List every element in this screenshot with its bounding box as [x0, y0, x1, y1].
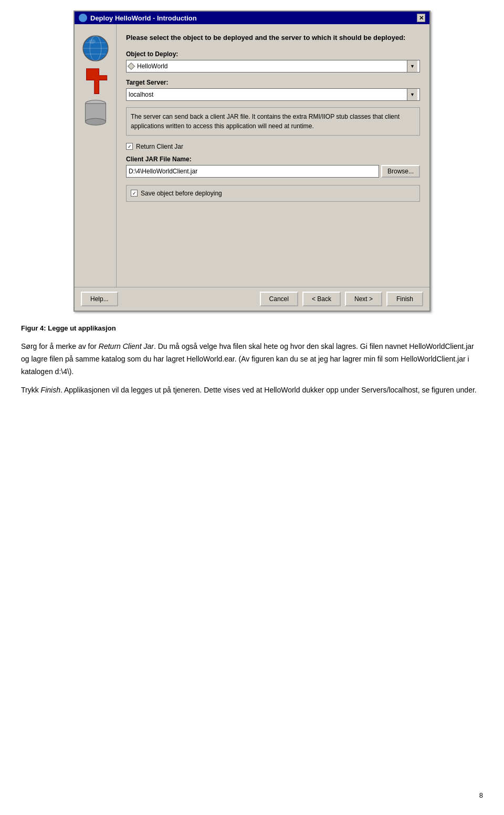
description-box: The server can send back a client JAR fi…	[126, 107, 420, 136]
dialog-content: Please select the object to be deployed …	[117, 24, 429, 287]
paragraph-2: Trykk Finish. Applikasjonen vil da legge…	[21, 384, 483, 397]
database-icon	[82, 100, 109, 127]
dialog-titlebar: Deploy HelloWorld - Introduction ✕	[75, 12, 429, 24]
paragraph-2-prefix: Trykk	[21, 386, 41, 394]
jar-file-section: Client JAR File Name: D:\4\HelloWorldCli…	[126, 156, 420, 178]
paragraph-1: Sørg for å merke av for Return Client Ja…	[21, 341, 483, 378]
object-dropdown-arrow[interactable]: ▼	[407, 60, 417, 72]
figure-caption: Figur 4: Legge ut applikasjon	[21, 324, 483, 332]
svg-point-5	[89, 39, 96, 44]
dialog-title: Deploy HelloWorld - Introduction	[90, 14, 197, 22]
arrow-icon	[82, 67, 109, 95]
next-button[interactable]: Next >	[345, 292, 382, 306]
intro-text: Please select the object to be deployed …	[126, 33, 420, 43]
globe-icon	[82, 35, 109, 62]
browse-button[interactable]: Browse...	[381, 165, 420, 178]
dialog-sidebar	[75, 24, 117, 287]
page-number: 8	[479, 791, 483, 799]
return-jar-label: Return Client Jar	[136, 143, 183, 150]
return-jar-checkbox[interactable]: ✓	[126, 143, 133, 150]
close-button[interactable]: ✕	[417, 14, 425, 22]
jar-file-input[interactable]: D:\4\HelloWorldClient.jar	[126, 165, 379, 178]
help-button[interactable]: Help...	[81, 292, 118, 306]
back-button[interactable]: < Back	[302, 292, 341, 306]
save-label: Save object before deploying	[141, 190, 222, 197]
server-dropdown[interactable]: localhost ▼	[126, 88, 420, 101]
titlebar-icon	[79, 14, 87, 22]
dialog-footer: Help... Cancel < Back Next > Finish	[75, 287, 429, 311]
paragraph-2-suffix: . Applikasjonen vil da legges ut på tjen…	[60, 386, 477, 394]
object-dropdown-text: HelloWorld	[129, 63, 167, 70]
deploy-dialog: Deploy HelloWorld - Introduction ✕	[74, 11, 430, 312]
server-dropdown-row: localhost ▼	[126, 88, 420, 101]
italic-return-client-jar: Return Client Jar	[99, 342, 154, 350]
diamond-icon	[128, 62, 135, 69]
titlebar-left: Deploy HelloWorld - Introduction	[79, 14, 197, 22]
server-dropdown-text: localhost	[129, 91, 153, 98]
object-label: Object to Deploy:	[126, 50, 420, 58]
finish-button[interactable]: Finish	[386, 292, 423, 306]
save-checkbox-row: ✓ Save object before deploying	[126, 185, 420, 202]
body-text: Sørg for å merke av for Return Client Ja…	[21, 341, 483, 397]
server-label: Target Server:	[126, 79, 420, 86]
object-dropdown-row: HelloWorld ▼	[126, 60, 420, 73]
return-jar-row: ✓ Return Client Jar	[126, 143, 420, 150]
paragraph-1-text: Sørg for å merke av for Return Client Ja…	[21, 342, 474, 376]
server-dropdown-arrow[interactable]: ▼	[407, 89, 417, 100]
jar-file-row: D:\4\HelloWorldClient.jar Browse...	[126, 165, 420, 178]
cancel-button[interactable]: Cancel	[260, 292, 298, 306]
finish-italic: Finish	[41, 386, 60, 394]
save-checkbox[interactable]: ✓	[131, 190, 138, 197]
dialog-wrapper: Deploy HelloWorld - Introduction ✕	[21, 11, 483, 312]
object-dropdown[interactable]: HelloWorld ▼	[126, 60, 420, 73]
dialog-body: Please select the object to be deployed …	[75, 24, 429, 287]
svg-point-8	[85, 118, 106, 125]
jar-file-label: Client JAR File Name:	[126, 156, 420, 163]
